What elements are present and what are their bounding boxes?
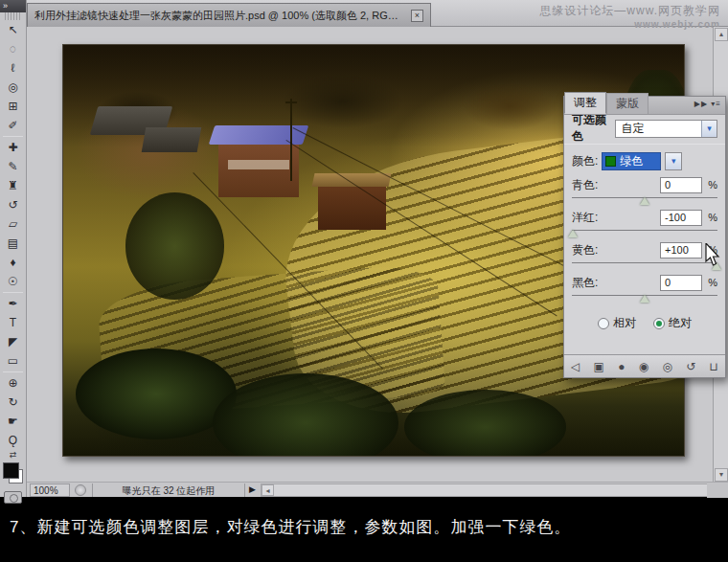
tutorial-caption: 7、新建可选颜色调整图层，对绿色进行调整，参数如图。加强一下绿色。 xyxy=(0,497,728,562)
panel-tabs: 调整 蒙版 ▶▶ ▾≡ xyxy=(564,97,725,115)
toolbar-tools: ↖◌ℓ◎⊞✐✚✎♜↺▱▤♦☉✒T◤▭⊕↻☛Ǫ xyxy=(0,20,26,450)
clone-stamp-tool-icon[interactable]: ♜ xyxy=(0,176,26,195)
radio-relative[interactable]: 相对 xyxy=(598,315,636,331)
spot-healing-brush-tool-icon[interactable]: ✚ xyxy=(0,138,26,157)
status-bar: 100% 曝光只在 32 位起作用 ▶ ◂ ▸ xyxy=(27,482,728,497)
slider-row-black: 黑色: 0 % xyxy=(564,273,725,303)
cyan-value-field[interactable]: 0 xyxy=(660,177,702,193)
black-label: 黑色: xyxy=(572,275,598,291)
pen-tool-icon[interactable]: ✒ xyxy=(0,294,26,313)
tab-adjustments[interactable]: 调整 xyxy=(564,92,606,114)
watermark-line1: 思缘设计论坛—www.网页教学网 xyxy=(539,3,720,19)
eyedropper-tool-icon[interactable]: ✐ xyxy=(0,116,26,135)
document-tab-bar: 利用外挂滤镜快速处理一张灰蒙蒙的田园照片.psd @ 100% (选取颜色 2,… xyxy=(27,0,728,27)
previous-state-icon[interactable]: ◎ xyxy=(662,360,671,373)
3d-rotate-tool-icon[interactable]: ⊕ xyxy=(0,373,26,393)
cyan-slider-thumb[interactable] xyxy=(640,197,649,205)
radio-circle[interactable] xyxy=(653,318,665,329)
panel-menu-icon[interactable]: ▾≡ xyxy=(711,100,721,108)
panel-footer: ◁▣●◉◎↺⊔ xyxy=(564,354,725,377)
document-title: 利用外挂滤镜快速处理一张灰蒙蒙的田园照片.psd @ 100% (选取颜色 2,… xyxy=(34,9,405,23)
path-selection-tool-icon[interactable]: ◤ xyxy=(0,332,26,351)
horizontal-scrollbar[interactable]: ◂ ▸ xyxy=(261,483,728,497)
color-select[interactable]: 绿色 xyxy=(602,152,661,170)
zoom-tool-icon[interactable]: Ǫ xyxy=(0,431,26,450)
photo-house xyxy=(318,185,386,230)
tools-panel-header[interactable]: » xyxy=(0,0,26,12)
black-slider[interactable] xyxy=(570,292,719,303)
cyan-label: 青色: xyxy=(572,177,598,193)
lasso-tool-icon[interactable]: ℓ xyxy=(0,58,26,78)
crop-tool-icon[interactable]: ⊞ xyxy=(0,97,26,116)
magenta-label: 洋红: xyxy=(572,210,598,226)
scroll-up-icon[interactable]: ▴ xyxy=(715,28,728,41)
watermark: 思缘设计论坛—www.网页教学网 www.webjx.com xyxy=(539,3,720,30)
rectangle-tool-icon[interactable]: ▭ xyxy=(0,351,26,371)
color-value: 绿色 xyxy=(620,153,643,169)
brush-tool-icon[interactable]: ✎ xyxy=(0,157,26,176)
color-swatches xyxy=(0,461,26,489)
type-tool-icon[interactable]: T xyxy=(0,313,26,332)
collapse-panel-icon[interactable]: ▶▶ xyxy=(694,100,708,108)
tools-panel-gripper[interactable] xyxy=(5,12,21,20)
magenta-value-field[interactable]: -100 xyxy=(660,210,702,226)
reset-icon[interactable]: ↺ xyxy=(686,360,695,373)
dodge-tool-icon[interactable]: ☉ xyxy=(0,272,26,291)
close-icon[interactable]: × xyxy=(411,10,423,22)
percent-label: % xyxy=(702,277,717,288)
slider-row-magenta: 洋红: -100 % xyxy=(564,208,725,238)
photo-bush xyxy=(404,390,565,457)
radio-absolute[interactable]: 绝对 xyxy=(653,315,692,331)
visibility-eye-icon[interactable]: ◉ xyxy=(639,360,648,373)
black-value-field[interactable]: 0 xyxy=(660,275,702,291)
photo-bush xyxy=(125,192,225,300)
scroll-left-icon[interactable]: ◂ xyxy=(262,484,274,496)
back-arrow-icon[interactable]: ◁ xyxy=(571,360,580,373)
method-radios: 相对 绝对 xyxy=(564,315,725,331)
quick-mask-icon[interactable] xyxy=(4,491,22,504)
zoom-level-field[interactable]: 100% xyxy=(30,483,70,497)
foreground-color-swatch[interactable] xyxy=(3,462,19,479)
status-menu-arrow-icon[interactable]: ▶ xyxy=(249,484,256,494)
magenta-slider[interactable] xyxy=(570,227,719,238)
adjustment-type-label: 可选颜色 xyxy=(572,112,615,145)
tab-masks[interactable]: 蒙版 xyxy=(606,93,648,114)
preset-select[interactable]: 自定 ▾ xyxy=(615,120,717,138)
hand-tool-icon[interactable]: ☛ xyxy=(0,412,26,431)
scroll-down-icon[interactable]: ▾ xyxy=(715,468,728,482)
swap-colors-icon[interactable]: ⇄ xyxy=(0,450,26,461)
magenta-slider-thumb[interactable] xyxy=(568,230,578,237)
3d-orbit-tool-icon[interactable]: ↻ xyxy=(0,393,26,412)
divider xyxy=(3,292,23,293)
document-tab[interactable]: 利用外挂滤镜快速处理一张灰蒙蒙的田园照片.psd @ 100% (选取颜色 2,… xyxy=(27,3,431,27)
cyan-slider[interactable] xyxy=(570,194,719,206)
double-chevron-icon: » xyxy=(3,1,8,11)
clip-to-layer-icon[interactable]: ● xyxy=(618,360,625,373)
tools-panel: » ↖◌ℓ◎⊞✐✚✎♜↺▱▤♦☉✒T◤▭⊕↻☛Ǫ ⇄ xyxy=(0,0,27,497)
slider-row-cyan: 青色: 0 % xyxy=(564,175,725,206)
move-tool-icon[interactable]: ↖ xyxy=(0,20,26,39)
photo-house-blue-roof xyxy=(218,144,299,197)
delete-adjustment-icon[interactable]: ⊔ xyxy=(710,360,718,373)
adjustments-panel: 调整 蒙版 ▶▶ ▾≡ 可选颜色 自定 ▾ 颜色: 绿色 ▾ 青 xyxy=(563,96,726,378)
chevron-down-icon[interactable]: ▾ xyxy=(701,121,717,137)
gradient-tool-icon[interactable]: ▤ xyxy=(0,234,26,253)
percent-label: % xyxy=(702,212,717,223)
yellow-value-field[interactable]: +100 xyxy=(660,242,702,259)
watermark-line2: www.webjx.com xyxy=(539,19,720,30)
history-brush-tool-icon[interactable]: ↺ xyxy=(0,195,26,214)
color-label: 颜色: xyxy=(572,153,598,169)
blur-tool-icon[interactable]: ♦ xyxy=(0,253,26,272)
chevron-down-icon[interactable]: ▾ xyxy=(665,152,682,170)
status-icon xyxy=(75,484,86,496)
divider xyxy=(3,136,23,137)
yellow-label: 黄色: xyxy=(572,242,598,259)
quick-selection-tool-icon[interactable]: ◎ xyxy=(0,78,26,97)
yellow-slider[interactable] xyxy=(570,259,719,271)
expanded-view-icon[interactable]: ▣ xyxy=(594,360,604,373)
window-corner xyxy=(707,483,728,498)
eraser-tool-icon[interactable]: ▱ xyxy=(0,214,26,234)
radio-circle[interactable] xyxy=(598,318,609,329)
elliptical-marquee-tool-icon[interactable]: ◌ xyxy=(0,39,26,58)
black-slider-thumb[interactable] xyxy=(640,295,649,303)
